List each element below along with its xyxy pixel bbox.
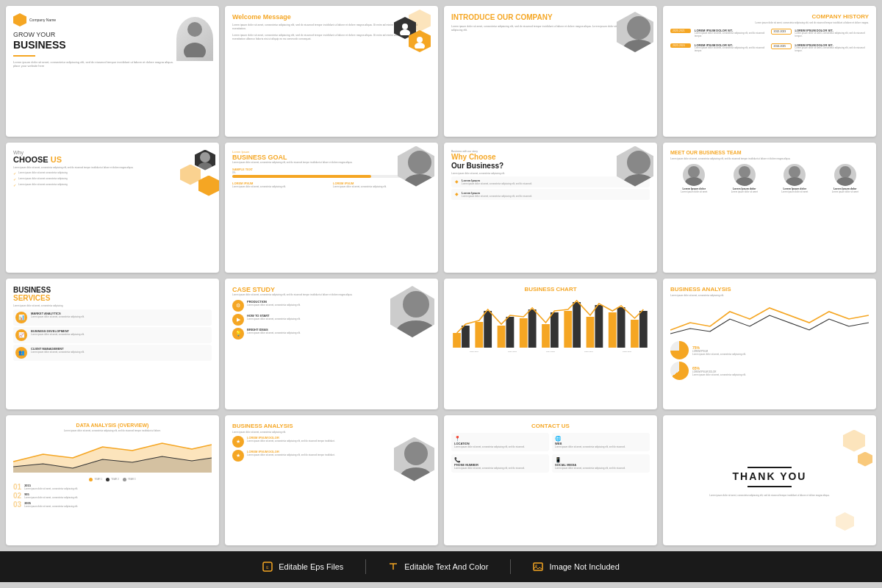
contact-social: 📱 SOCIAL MEDIA Lorem ipsum dolor sit ame… <box>552 454 650 473</box>
choose-title: CHOOSE US <box>13 155 212 164</box>
deco-hex-3 <box>836 512 854 531</box>
service-1: 📊 MARKET ANALYTICS Lorem ipsum dolor sit… <box>13 309 212 326</box>
data-title: DATA ANALYSIS (OVERVIEW) <box>13 423 212 428</box>
case-1-content: PRODUCTION Lorem ipsum dolor sit amet, c… <box>247 300 301 306</box>
pie-items: 75% LOREM IPSUM Lorem ipsum dolor sit am… <box>670 341 869 380</box>
chart-area: 2000-2001 2002-2003 2004-2005 2006-2007 … <box>451 296 650 348</box>
step-3-content: 2005 Lorem ipsum dolor sit amet, consect… <box>24 501 78 508</box>
svg-point-9 <box>198 162 212 171</box>
svg-rect-24 <box>453 333 461 348</box>
analysis2-title: BUSINESS ANALYSIS <box>232 423 431 429</box>
svg-text:E: E <box>267 565 270 570</box>
slide-services: BUSINESS SERVICES Lorem ipsum dolor sit … <box>6 279 219 409</box>
slide-team: MEET OUR BUSINESS TEAM Lorem ipsum dolor… <box>663 143 876 273</box>
svg-point-1 <box>184 43 206 57</box>
eps-icon: E <box>262 562 273 572</box>
wave-area <box>670 301 869 337</box>
svg-point-15 <box>685 177 703 186</box>
svg-point-10 <box>408 151 431 174</box>
timeline-item-4: 2024-2025 LOREM IPSUM DOLOR SIT- Lorem i… <box>771 43 870 53</box>
svc-1-content: MARKET ANALYTICS Lorem ipsum dolor sit a… <box>31 312 85 318</box>
pie-1-content: 75% LOREM IPSUM Lorem ipsum dolor sit am… <box>692 345 746 356</box>
case-2-content: HOW TO START Lorem ipsum dolor sit amet,… <box>247 314 301 320</box>
why-text: Why <box>13 150 212 155</box>
slide-introduce: INTRODUCE OUR COMPANY Lorem ipsum dolor … <box>444 6 657 137</box>
ideas-icon: 💡 <box>235 331 242 337</box>
management-icon: 👥 <box>18 350 25 356</box>
team-body: Lorem ipsum dolor sit amet, consectetur … <box>670 157 869 160</box>
history-title: COMPANY HISTORY <box>670 13 869 20</box>
accent-bar <box>13 55 35 57</box>
analytics-icon: 📊 <box>18 315 25 320</box>
svg-point-5 <box>415 43 425 49</box>
slide-business-analysis-2: BUSINESS ANALYSIS Lorem ipsum dolor sit … <box>225 415 438 546</box>
pie-2-content: 65% LOREM IPSUM DOLOR Lorem ipsum dolor … <box>692 366 746 376</box>
svg-point-45 <box>400 467 432 485</box>
svg-rect-36 <box>587 317 595 348</box>
wave-svg <box>670 301 869 337</box>
step-3: 03 2005 Lorem ipsum dolor sit amet, cons… <box>13 501 212 509</box>
slide-data-analysis: DATA ANALYSIS (OVERVIEW) Lorem ipsum dol… <box>6 415 219 546</box>
meet-title: MEET OUR BUSINESS TEAM <box>670 150 869 155</box>
year-2: 2022-2023 <box>771 29 792 35</box>
svg-point-2 <box>402 24 408 29</box>
text-icon <box>388 562 398 572</box>
svg-point-7 <box>623 40 655 56</box>
person-image <box>176 17 213 61</box>
member-2: Lorem Ipsum dolor Lorem ipsum dolor sit … <box>721 164 769 193</box>
member-4: Lorem Ipsum dolor Lorem ipsum dolor sit … <box>822 164 870 193</box>
svg-point-17 <box>736 177 753 186</box>
svg-point-49 <box>535 564 537 567</box>
thank-you-text: THANK YOU <box>733 470 807 482</box>
slide-contact: CONTACT US 📍 LOCATION Lorem ipsum dolor … <box>444 415 657 546</box>
svg-rect-28 <box>498 326 506 348</box>
bottom-item-2: Editable Text And Color <box>388 562 488 572</box>
year-1: 2020-2021 <box>670 29 691 33</box>
svc-icon-wrap-3: 👥 <box>15 347 27 359</box>
svg-point-21 <box>836 177 854 186</box>
x-labels: 2000-2001 2002-2003 2004-2005 2006-2007 … <box>451 351 650 353</box>
case-3-content: BRIGHT IDEAS Lorem ipsum dolor sit amet,… <box>247 328 301 334</box>
feat-icon-1: ★ <box>232 436 244 448</box>
svg-point-12 <box>627 151 650 174</box>
svg-point-8 <box>200 152 210 162</box>
svg-point-20 <box>839 166 851 178</box>
contact-web: 🌐 WEB Lorem ipsum dolor sit amet, consec… <box>552 433 650 451</box>
feat-1-content: LOREM IPSUM DOLOR Lorem ipsum dolor sit … <box>247 436 335 442</box>
feat-icon-2: ★ <box>232 450 244 462</box>
member-1: Lorem Ipsum dolor Lorem ipsum dolor sit … <box>670 164 718 193</box>
analysis-body: Lorem ipsum dolor sit amet, consectetur … <box>670 294 869 297</box>
slide-analysis: BUSINESS ANALYSIS Lorem ipsum dolor sit … <box>663 279 876 409</box>
desc-boxes: LOREM IPSUM Lorem ipsum dolor sit amet, … <box>232 182 431 188</box>
analysis-title: BUSINESS ANALYSIS <box>670 286 869 293</box>
year-3: 2023-2024 <box>670 43 691 48</box>
svg-rect-32 <box>542 324 550 348</box>
legend-dot-2 <box>106 478 110 481</box>
svg-point-3 <box>400 29 410 35</box>
divider-1 <box>365 559 366 574</box>
timeline: 2020-2021 LOREM IPSUM DOLOR SIT- Lorem i… <box>670 29 869 56</box>
deco-hex-1 <box>843 430 865 452</box>
choose-body: Lorem ipsum dolor sit amet, consectetur … <box>13 166 212 169</box>
svg-rect-31 <box>528 309 537 348</box>
team-grid: Lorem Ipsum dolor Lorem ipsum dolor sit … <box>670 164 869 193</box>
svg-point-13 <box>623 174 655 190</box>
svg-point-6 <box>627 16 650 40</box>
contact-title: CONTACT US <box>451 423 650 429</box>
svg-point-16 <box>739 166 750 178</box>
line-top <box>747 467 792 468</box>
history-body: Lorem ipsum dolor sit amet, consectetur … <box>670 22 869 25</box>
slide-history: COMPANY HISTORY Lorem ipsum dolor sit am… <box>663 6 876 137</box>
pie-1 <box>670 341 689 359</box>
logo-hex <box>13 13 26 26</box>
location-icon: 📍 <box>454 436 546 442</box>
svg-rect-27 <box>484 311 492 348</box>
pie-item-2: 65% LOREM IPSUM DOLOR Lorem ipsum dolor … <box>670 362 869 380</box>
svg-rect-35 <box>573 302 581 348</box>
svg-rect-40 <box>631 320 639 348</box>
production-icon: ⚙ <box>236 303 240 309</box>
data-chart <box>13 436 212 476</box>
year-4: 2024-2025 <box>771 43 792 49</box>
case-icon-3: 💡 <box>232 328 244 340</box>
desc-box-1: LOREM IPSUM Lorem ipsum dolor sit amet, … <box>232 182 330 188</box>
